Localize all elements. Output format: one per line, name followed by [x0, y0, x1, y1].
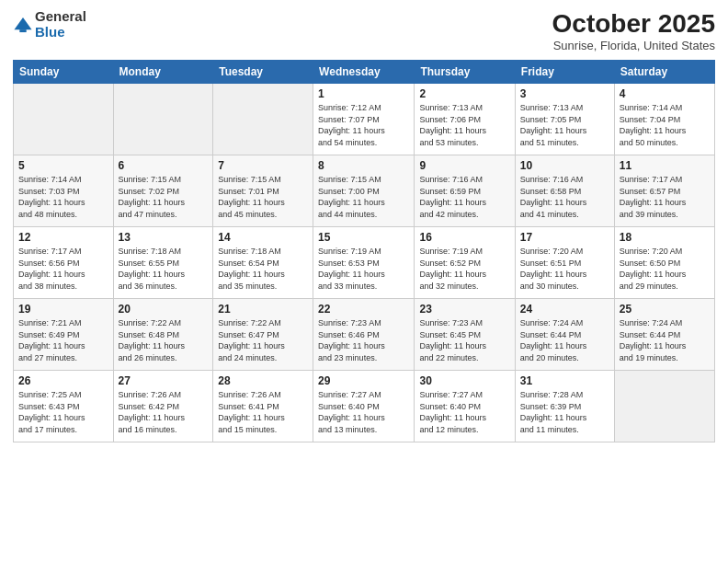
day-number: 8 [318, 159, 409, 172]
calendar-cell: 7Sunrise: 7:15 AM Sunset: 7:01 PM Daylig… [213, 155, 313, 227]
calendar-week-row: 5Sunrise: 7:14 AM Sunset: 7:03 PM Daylig… [14, 155, 715, 227]
day-number: 5 [18, 159, 108, 172]
calendar-cell: 28Sunrise: 7:26 AM Sunset: 6:41 PM Dayli… [213, 371, 313, 442]
calendar-cell: 26Sunrise: 7:25 AM Sunset: 6:43 PM Dayli… [14, 371, 114, 442]
day-number: 22 [318, 303, 409, 316]
day-info: Sunrise: 7:14 AM Sunset: 7:04 PM Dayligh… [620, 102, 710, 148]
calendar-week-row: 12Sunrise: 7:17 AM Sunset: 6:56 PM Dayli… [14, 227, 715, 299]
day-info: Sunrise: 7:26 AM Sunset: 6:42 PM Dayligh… [119, 389, 209, 435]
day-number: 7 [218, 159, 308, 172]
day-info: Sunrise: 7:23 AM Sunset: 6:45 PM Dayligh… [419, 317, 509, 363]
day-number: 4 [620, 87, 710, 100]
day-number: 31 [520, 374, 609, 387]
day-info: Sunrise: 7:23 AM Sunset: 6:46 PM Dayligh… [318, 317, 409, 363]
calendar-cell: 27Sunrise: 7:26 AM Sunset: 6:42 PM Dayli… [113, 371, 213, 442]
day-number: 28 [218, 374, 308, 387]
day-info: Sunrise: 7:28 AM Sunset: 6:39 PM Dayligh… [520, 389, 609, 435]
day-number: 13 [119, 231, 209, 244]
calendar-cell: 2Sunrise: 7:13 AM Sunset: 7:06 PM Daylig… [415, 84, 515, 155]
page: General Blue October 2025 Sunrise, Flori… [0, 0, 728, 563]
day-info: Sunrise: 7:19 AM Sunset: 6:52 PM Dayligh… [419, 246, 509, 292]
day-info: Sunrise: 7:15 AM Sunset: 7:00 PM Dayligh… [318, 174, 409, 220]
weekday-header-monday: Monday [113, 61, 213, 84]
day-number: 21 [218, 303, 308, 316]
day-number: 16 [419, 231, 509, 244]
day-number: 17 [520, 231, 609, 244]
calendar-cell: 5Sunrise: 7:14 AM Sunset: 7:03 PM Daylig… [14, 155, 114, 227]
weekday-header-friday: Friday [515, 61, 614, 84]
weekday-header-wednesday: Wednesday [313, 61, 415, 84]
day-number: 23 [419, 303, 509, 316]
calendar-cell: 22Sunrise: 7:23 AM Sunset: 6:46 PM Dayli… [313, 299, 415, 371]
day-info: Sunrise: 7:27 AM Sunset: 6:40 PM Dayligh… [419, 389, 509, 435]
day-number: 26 [18, 374, 108, 387]
day-number: 2 [419, 87, 509, 100]
calendar-cell: 8Sunrise: 7:15 AM Sunset: 7:00 PM Daylig… [313, 155, 415, 227]
calendar-cell: 12Sunrise: 7:17 AM Sunset: 6:56 PM Dayli… [14, 227, 114, 299]
day-number: 11 [620, 159, 710, 172]
calendar-week-row: 26Sunrise: 7:25 AM Sunset: 6:43 PM Dayli… [14, 371, 715, 442]
calendar-cell: 25Sunrise: 7:24 AM Sunset: 6:44 PM Dayli… [614, 299, 714, 371]
day-info: Sunrise: 7:16 AM Sunset: 6:59 PM Dayligh… [419, 174, 509, 220]
day-number: 10 [520, 159, 609, 172]
day-number: 25 [620, 303, 710, 316]
calendar-cell: 10Sunrise: 7:16 AM Sunset: 6:58 PM Dayli… [515, 155, 614, 227]
day-info: Sunrise: 7:20 AM Sunset: 6:51 PM Dayligh… [520, 246, 609, 292]
main-title: October 2025 [552, 9, 715, 39]
calendar-cell: 3Sunrise: 7:13 AM Sunset: 7:05 PM Daylig… [515, 84, 614, 155]
calendar-table: SundayMondayTuesdayWednesdayThursdayFrid… [13, 60, 715, 442]
logo-general: General [35, 9, 86, 25]
day-info: Sunrise: 7:22 AM Sunset: 6:47 PM Dayligh… [218, 317, 308, 363]
calendar-cell: 24Sunrise: 7:24 AM Sunset: 6:44 PM Dayli… [515, 299, 614, 371]
calendar-cell: 6Sunrise: 7:15 AM Sunset: 7:02 PM Daylig… [113, 155, 213, 227]
day-number: 12 [18, 231, 108, 244]
day-info: Sunrise: 7:17 AM Sunset: 6:57 PM Dayligh… [620, 174, 710, 220]
day-info: Sunrise: 7:13 AM Sunset: 7:05 PM Dayligh… [520, 102, 609, 148]
calendar-cell: 1Sunrise: 7:12 AM Sunset: 7:07 PM Daylig… [313, 84, 415, 155]
calendar-cell: 15Sunrise: 7:19 AM Sunset: 6:53 PM Dayli… [313, 227, 415, 299]
weekday-header-thursday: Thursday [415, 61, 515, 84]
logo-blue: Blue [35, 25, 86, 40]
day-number: 29 [318, 374, 409, 387]
calendar-cell: 23Sunrise: 7:23 AM Sunset: 6:45 PM Dayli… [415, 299, 515, 371]
calendar-cell: 20Sunrise: 7:22 AM Sunset: 6:48 PM Dayli… [113, 299, 213, 371]
day-info: Sunrise: 7:18 AM Sunset: 6:55 PM Dayligh… [119, 246, 209, 292]
day-info: Sunrise: 7:15 AM Sunset: 7:01 PM Dayligh… [218, 174, 308, 220]
day-info: Sunrise: 7:17 AM Sunset: 6:56 PM Dayligh… [18, 246, 108, 292]
day-info: Sunrise: 7:16 AM Sunset: 6:58 PM Dayligh… [520, 174, 609, 220]
day-number: 19 [18, 303, 108, 316]
calendar-cell: 30Sunrise: 7:27 AM Sunset: 6:40 PM Dayli… [415, 371, 515, 442]
title-block: October 2025 Sunrise, Florida, United St… [552, 9, 715, 52]
day-number: 18 [620, 231, 710, 244]
calendar-cell: 29Sunrise: 7:27 AM Sunset: 6:40 PM Dayli… [313, 371, 415, 442]
day-number: 6 [119, 159, 209, 172]
calendar-cell: 13Sunrise: 7:18 AM Sunset: 6:55 PM Dayli… [113, 227, 213, 299]
calendar-cell: 11Sunrise: 7:17 AM Sunset: 6:57 PM Dayli… [614, 155, 714, 227]
calendar-cell [14, 84, 114, 155]
svg-marker-0 [14, 17, 31, 29]
day-info: Sunrise: 7:27 AM Sunset: 6:40 PM Dayligh… [318, 389, 409, 435]
day-info: Sunrise: 7:25 AM Sunset: 6:43 PM Dayligh… [18, 389, 108, 435]
day-number: 24 [520, 303, 609, 316]
day-info: Sunrise: 7:13 AM Sunset: 7:06 PM Dayligh… [419, 102, 509, 148]
calendar-cell: 31Sunrise: 7:28 AM Sunset: 6:39 PM Dayli… [515, 371, 614, 442]
logo: General Blue [13, 9, 86, 40]
calendar-cell: 18Sunrise: 7:20 AM Sunset: 6:50 PM Dayli… [614, 227, 714, 299]
calendar-cell [614, 371, 714, 442]
day-info: Sunrise: 7:24 AM Sunset: 6:44 PM Dayligh… [520, 317, 609, 363]
day-number: 20 [119, 303, 209, 316]
day-number: 15 [318, 231, 409, 244]
weekday-header-saturday: Saturday [614, 61, 714, 84]
day-info: Sunrise: 7:26 AM Sunset: 6:41 PM Dayligh… [218, 389, 308, 435]
day-number: 27 [119, 374, 209, 387]
calendar-cell: 4Sunrise: 7:14 AM Sunset: 7:04 PM Daylig… [614, 84, 714, 155]
sub-title: Sunrise, Florida, United States [552, 39, 715, 52]
weekday-header-sunday: Sunday [14, 61, 114, 84]
day-number: 3 [520, 87, 609, 100]
day-info: Sunrise: 7:14 AM Sunset: 7:03 PM Dayligh… [18, 174, 108, 220]
calendar-cell: 9Sunrise: 7:16 AM Sunset: 6:59 PM Daylig… [415, 155, 515, 227]
calendar-week-row: 19Sunrise: 7:21 AM Sunset: 6:49 PM Dayli… [14, 299, 715, 371]
svg-rect-1 [19, 29, 26, 32]
day-number: 9 [419, 159, 509, 172]
calendar-cell: 17Sunrise: 7:20 AM Sunset: 6:51 PM Dayli… [515, 227, 614, 299]
